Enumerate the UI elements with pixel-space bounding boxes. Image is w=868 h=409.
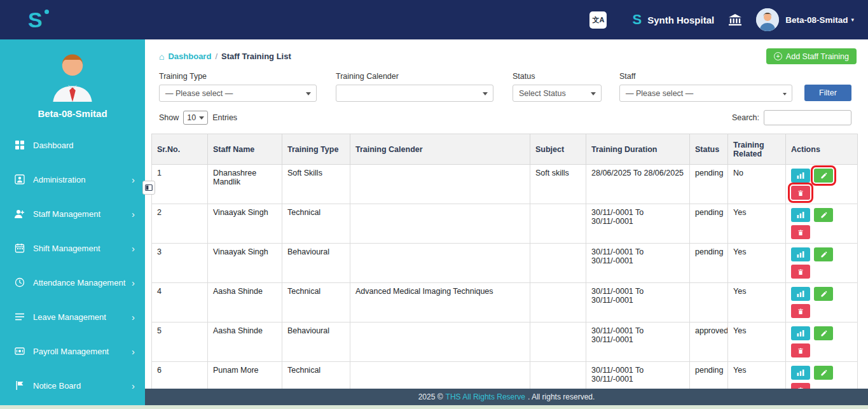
chevron-right-icon: ›: [132, 244, 135, 253]
delete-button[interactable]: [791, 343, 810, 357]
table-header-row: Sr.No.Staff NameTraining TypeTraining Ca…: [152, 134, 858, 165]
actions-cell: [786, 283, 858, 322]
edit-button[interactable]: [814, 247, 833, 261]
sidebar-item-leave-management[interactable]: Leave Management›: [0, 300, 145, 334]
training-type-cell: Technical: [282, 283, 350, 322]
page-title: Staff Training List: [221, 52, 291, 61]
edit-button[interactable]: [814, 208, 833, 222]
footer-brand-link[interactable]: THS All Rights Reserve: [446, 392, 525, 401]
table-row: 1Dhanashree MandlikSoft SkillsSoft skill…: [152, 165, 858, 204]
delete-button[interactable]: [791, 304, 810, 318]
sidebar-item-administration[interactable]: Administration›: [0, 162, 145, 197]
hospital-name: Synth Hospital: [647, 15, 714, 25]
chevron-down-icon: [783, 93, 787, 95]
attendance-management-icon: [14, 277, 25, 288]
search-input[interactable]: [764, 110, 851, 125]
edit-button[interactable]: [814, 366, 833, 380]
subject-cell: [530, 362, 586, 389]
training-type-cell: Soft Skills: [282, 165, 350, 204]
staff-select[interactable]: — Please select —: [619, 85, 792, 102]
footer: 2025 © THS All Rights Reserve . All righ…: [145, 389, 868, 405]
sidebar-item-label: Notice Board: [33, 381, 81, 391]
delete-button[interactable]: [791, 265, 810, 279]
status-select[interactable]: Select Status: [513, 85, 602, 102]
table-row: 4Aasha ShindeTechnicalAdvanced Medical I…: [152, 283, 858, 322]
sidebar-profile: Beta-08-Smitad: [0, 39, 145, 119]
training-calender-label: Training Calender: [336, 72, 493, 81]
filter-button[interactable]: Filter: [804, 85, 851, 101]
actions-cell: [786, 204, 858, 244]
app-logo[interactable]: S: [28, 9, 49, 31]
sr-cell: 2: [152, 204, 208, 244]
sidebar-item-payroll-management[interactable]: Payroll Management›: [0, 334, 145, 368]
view-button[interactable]: [791, 287, 810, 301]
view-button[interactable]: [791, 169, 810, 183]
sidebar-item-staff-management[interactable]: Staff Management›: [0, 197, 145, 231]
topbar: S 文A S Synth Hospital: [0, 0, 868, 39]
view-button[interactable]: [791, 366, 810, 380]
actions-cell: [786, 362, 858, 389]
related-cell: Yes: [728, 204, 786, 244]
view-button[interactable]: [791, 208, 810, 222]
sidebar-item-attendance-management[interactable]: Attendance Management›: [0, 265, 145, 300]
sr-cell: 3: [152, 244, 208, 283]
main-content: ⌂ Dashboard / Staff Training List + Add …: [145, 39, 868, 389]
breadcrumb-separator: /: [215, 52, 217, 61]
sidebar-item-label: Shift Management: [33, 244, 100, 253]
training-calender-cell: [350, 204, 530, 244]
edit-button[interactable]: [814, 287, 833, 301]
column-header: Training Type: [282, 134, 350, 165]
delete-button[interactable]: [791, 186, 810, 200]
status-cell: pending: [690, 362, 728, 389]
sidebar-item-label: Attendance Management: [33, 278, 125, 288]
entries-select[interactable]: 10: [183, 111, 208, 125]
institution-icon[interactable]: [728, 13, 742, 26]
hospital-logo-icon: S: [632, 11, 642, 28]
table-row: 2Vinaayak SinghTechnical30/11/-0001 To 3…: [152, 204, 858, 244]
training-calender-select[interactable]: [336, 85, 493, 102]
chevron-down-icon: [199, 116, 204, 120]
table-row: 6Punam MoreTechnical30/11/-0001 To 30/11…: [152, 362, 858, 389]
sidebar-item-label: Leave Management: [33, 312, 106, 322]
staff-name-cell: Punam More: [208, 362, 282, 389]
chevron-down-icon: [306, 92, 311, 95]
duration-cell: 30/11/-0001 To 30/11/-0001: [586, 204, 690, 244]
edit-button[interactable]: [814, 326, 833, 340]
shift-management-icon: [14, 242, 25, 254]
training-calender-cell: [350, 322, 530, 362]
table-wrap: Sr.No.Staff NameTraining TypeTraining Ca…: [151, 134, 857, 389]
administration-icon: [14, 174, 25, 185]
edit-button[interactable]: [814, 169, 833, 183]
view-button[interactable]: [791, 326, 810, 340]
sidebar-item-label: Dashboard: [33, 141, 74, 150]
chevron-right-icon: ›: [132, 347, 135, 356]
training-calender-cell: [350, 165, 530, 204]
sidebar: Beta-08-Smitad DashboardAdministration›S…: [0, 39, 145, 405]
duration-cell: 28/06/2025 To 28/06/2025: [586, 165, 690, 204]
delete-button[interactable]: [791, 383, 810, 389]
subject-cell: [530, 204, 586, 244]
column-header: Staff Name: [208, 134, 282, 165]
profile-avatar: [42, 94, 103, 105]
footer-rights: . All rights reserved.: [528, 392, 595, 401]
breadcrumb-dashboard-link[interactable]: Dashboard: [168, 52, 211, 61]
user-menu[interactable]: Beta-08-Smitad: [785, 15, 848, 25]
sidebar-item-notice-board[interactable]: Notice Board›: [0, 368, 145, 403]
profile-name: Beta-08-Smitad: [0, 108, 145, 119]
sidebar-item-shift-management[interactable]: Shift Management›: [0, 231, 145, 265]
staff-name-cell: Aasha Shinde: [208, 283, 282, 322]
user-avatar[interactable]: [756, 8, 779, 31]
column-header: Status: [690, 134, 728, 165]
delete-button[interactable]: [791, 225, 810, 239]
logo-dot-icon: [45, 10, 49, 14]
training-type-select[interactable]: — Please select —: [159, 85, 317, 102]
add-staff-training-button[interactable]: + Add Staff Training: [766, 48, 857, 64]
panel-toggle-button[interactable]: [142, 181, 155, 195]
duration-cell: 30/11/-0001 To 30/11/-0001: [586, 244, 690, 283]
staff-name-cell: Dhanashree Mandlik: [208, 165, 282, 204]
sidebar-item-dashboard[interactable]: Dashboard: [0, 128, 145, 162]
view-button[interactable]: [791, 247, 810, 261]
chevron-down-icon: [591, 92, 596, 95]
sr-cell: 5: [152, 322, 208, 362]
translate-icon[interactable]: 文A: [589, 11, 607, 29]
